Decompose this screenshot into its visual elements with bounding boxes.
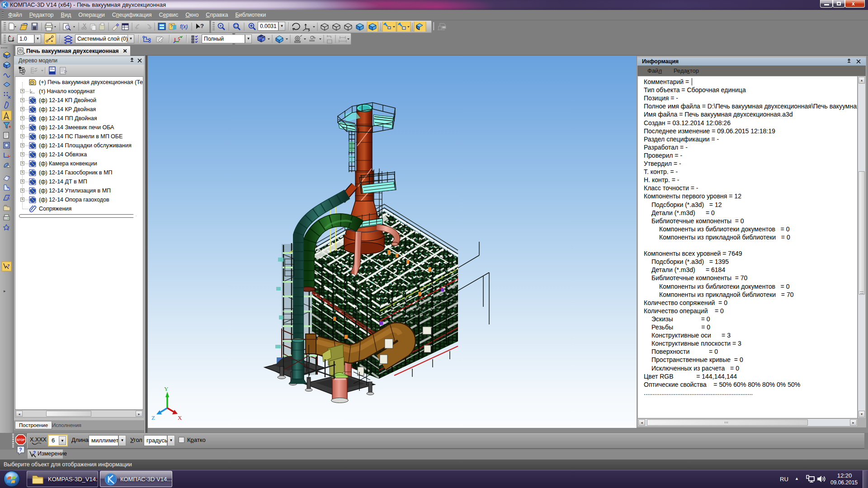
svg-text:?: ?: [7, 186, 9, 190]
svg-text:Y: Y: [164, 385, 169, 392]
svg-text:?: ?: [7, 227, 9, 231]
svg-text:?: ?: [7, 175, 9, 179]
svg-text:Z: Z: [151, 414, 155, 421]
svg-text:?: ?: [170, 24, 173, 29]
svg-text:?: ?: [200, 23, 204, 29]
svg-text:STOP: STOP: [17, 438, 25, 441]
svg-text:f(x): f(x): [180, 23, 188, 30]
svg-text:?: ?: [8, 197, 10, 201]
svg-text:X: X: [178, 414, 182, 421]
svg-text:?: ?: [7, 263, 10, 268]
svg-text:?: ?: [33, 450, 36, 455]
svg-text:?: ?: [19, 447, 22, 452]
